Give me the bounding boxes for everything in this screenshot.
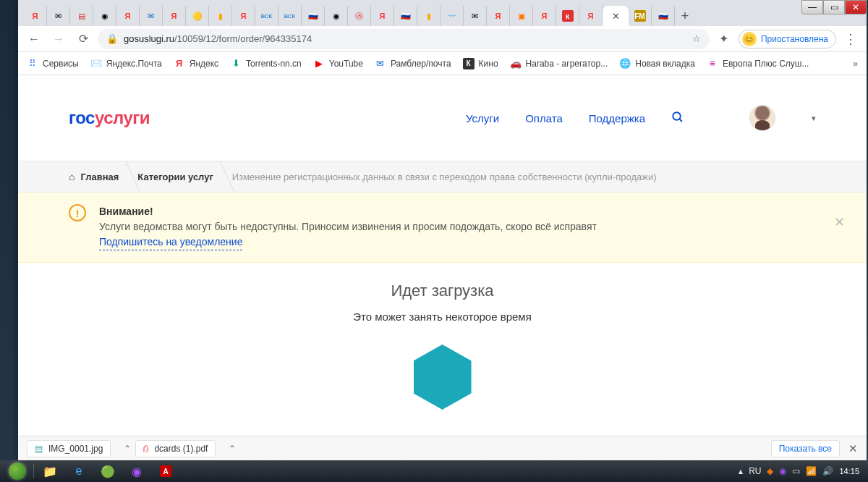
bookmark-item[interactable]: ЯЯндекс [174, 58, 218, 69]
nav-link-payment[interactable]: Оплата [525, 112, 563, 124]
downloads-show-all-button[interactable]: Показать все [771, 440, 840, 457]
reload-button[interactable]: ⟳ [73, 29, 93, 49]
bookmark-item[interactable]: ✉️Яндекс.Почта [90, 58, 162, 69]
browser-tab[interactable]: ВСК [255, 6, 278, 26]
bookmark-item[interactable]: ⠿Сервисы [27, 58, 79, 69]
back-button[interactable]: ← [24, 29, 44, 49]
tray-app-icon[interactable]: ◉ [779, 466, 786, 476]
loading-section: Идет загрузка Это может занять некоторое… [18, 263, 867, 410]
taskbar-app-chrome[interactable]: 🟢 [93, 462, 122, 481]
browser-menu-button[interactable]: ⋮ [841, 31, 861, 47]
browser-tab[interactable]: ◉ [93, 6, 116, 26]
extensions-icon[interactable]: ✦ [714, 29, 734, 49]
bookmark-star-icon[interactable]: ☆ [692, 33, 701, 44]
alert-title: Внимание! [99, 204, 597, 219]
tray-volume-icon[interactable]: 🔊 [822, 466, 833, 476]
forward-button[interactable]: → [48, 29, 69, 49]
bookmarks-overflow-button[interactable]: » [853, 59, 858, 69]
bookmark-item[interactable]: 🚗Haraba - агрегатор... [510, 58, 608, 69]
browser-tab[interactable]: Я [371, 6, 394, 26]
tray-clock[interactable]: 14:15 [839, 467, 859, 475]
ie-icon: e [76, 465, 82, 478]
bookmark-item[interactable]: ККино [463, 58, 498, 69]
alert-subscribe-link[interactable]: Подпишитесь на уведомление [99, 234, 242, 250]
browser-tab[interactable]: ✉ [140, 6, 163, 26]
loading-spinner-icon [414, 344, 472, 410]
taskbar-app-explorer[interactable]: 📁 [35, 462, 64, 481]
maximize-button[interactable]: ▭ [823, 0, 845, 14]
red-box-icon: к [562, 10, 574, 22]
nav-link-support[interactable]: Поддержка [589, 112, 645, 124]
tray-network-icon[interactable]: 📶 [806, 466, 817, 476]
browser-tab[interactable]: ✉ [464, 6, 487, 26]
yandex-icon: Я [238, 10, 250, 22]
pdf-file-icon: ⎙ [143, 444, 148, 454]
breadcrumb-item[interactable]: Категории услуг [137, 172, 232, 182]
download-menu-icon[interactable]: ⌃ [119, 444, 135, 454]
system-tray: ▴ RU ◆ ◉ ▭ 📶 🔊 14:15 [739, 466, 865, 476]
flag-icon: 🇷🇺 [400, 10, 412, 22]
bookmark-item[interactable]: ⬇Torrents-nn.cn [230, 58, 302, 69]
url-field[interactable]: 🔒 gosuslugi.ru/10059/12/form/order/96433… [98, 29, 710, 49]
image-file-icon: ▤ [35, 444, 43, 454]
new-tab-button[interactable]: + [675, 6, 695, 26]
tray-chevron-icon[interactable]: ▴ [739, 466, 743, 476]
browser-tab[interactable]: 〰 [441, 6, 464, 26]
browser-tab[interactable]: Я [24, 6, 47, 26]
bookmark-item[interactable]: ▶YouTube [313, 58, 363, 69]
flag-icon: 🇷🇺 [658, 10, 669, 22]
apps-icon: ⠿ [27, 58, 38, 69]
window-close-button[interactable]: ✕ [845, 0, 867, 14]
url-text: gosuslugi.ru/10059/12/form/order/9643351… [124, 33, 686, 44]
browser-tab[interactable]: 🟡 [186, 6, 209, 26]
profile-button[interactable]: 😊 Приостановлена [739, 30, 836, 48]
nav-link-services[interactable]: Услуги [466, 112, 499, 124]
browser-tab[interactable]: ⓐ [348, 6, 371, 26]
tray-app-icon[interactable]: ◆ [767, 466, 773, 476]
minimize-button[interactable]: — [801, 0, 823, 14]
tray-flag-icon[interactable]: ▭ [792, 466, 800, 476]
browser-tab[interactable]: ✉ [47, 6, 70, 26]
browser-tab[interactable]: 🇷🇺 [302, 6, 325, 26]
browser-tab[interactable]: Я [163, 6, 186, 26]
bookmark-item[interactable]: ✉Рамблер/почта [375, 58, 451, 69]
browser-tab[interactable]: Я [533, 6, 556, 26]
search-icon[interactable] [671, 111, 684, 126]
taskbar-app-ie[interactable]: e [64, 462, 93, 481]
start-button[interactable] [3, 462, 32, 481]
browser-tab[interactable]: ▮ [417, 6, 441, 26]
gosuslugi-logo[interactable]: госуслуги [69, 108, 150, 128]
browser-tab[interactable]: 🇷🇺 [652, 6, 675, 26]
alert-close-button[interactable]: ✕ [834, 214, 845, 230]
box-icon: ▣ [516, 10, 527, 22]
download-item[interactable]: ⎙ dcards (1).pdf [135, 440, 216, 457]
browser-tab[interactable]: ВСК [278, 6, 302, 26]
browser-tab[interactable]: ▣ [510, 6, 533, 26]
browser-tab[interactable]: ▤ [70, 6, 93, 26]
vsk-icon: ВСК [284, 10, 296, 22]
browser-tab[interactable]: Я [232, 6, 255, 26]
avatar[interactable] [749, 105, 775, 131]
breadcrumb-home[interactable]: ⌂ Главная [69, 171, 137, 182]
tray-lang[interactable]: RU [749, 466, 761, 476]
taskbar-app-adobe[interactable]: A [151, 462, 180, 481]
browser-tab[interactable]: ◉ [325, 6, 348, 26]
close-tab-icon[interactable]: ✕ [612, 11, 620, 22]
bookmark-item[interactable]: 🌐Новая вкладка [619, 58, 695, 69]
bookmark-item[interactable]: ≡Европа Плюс Слуш... [707, 58, 809, 69]
browser-tab[interactable]: Я [116, 6, 140, 26]
browser-tab[interactable]: Я [579, 6, 603, 26]
browser-tab-active[interactable]: ✕ [603, 6, 629, 26]
download-menu-icon[interactable]: ⌃ [224, 444, 240, 454]
download-item[interactable]: ▤ IMG_0001.jpg [27, 440, 111, 457]
browser-tab[interactable]: ▮ [209, 6, 232, 26]
profile-dropdown-icon[interactable]: ▾ [812, 114, 816, 123]
downloads-close-button[interactable]: ✕ [848, 442, 858, 455]
folder-icon: ▮ [215, 10, 226, 22]
browser-tab[interactable]: Я [487, 6, 510, 26]
browser-tab[interactable]: к [556, 6, 579, 26]
browser-tab[interactable]: 🇷🇺 [394, 6, 417, 26]
browser-tab[interactable]: FM [629, 6, 652, 26]
taskbar-app-viber[interactable]: ◉ [122, 462, 151, 481]
alert-text: Услуги ведомства могут быть недоступны. … [99, 219, 597, 234]
